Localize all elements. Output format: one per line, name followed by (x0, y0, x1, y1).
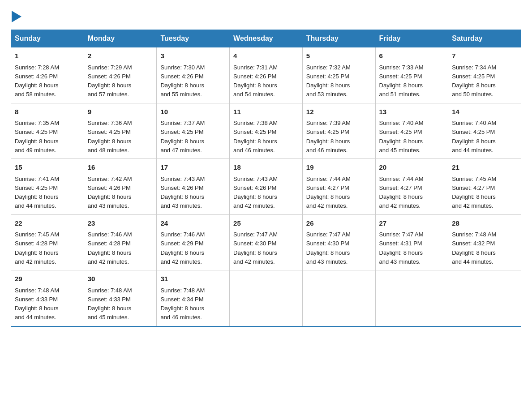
day-cell (448, 270, 521, 326)
day-info: Sunrise: 7:47 AMSunset: 4:30 PMDaylight:… (233, 231, 278, 265)
day-info: Sunrise: 7:48 AMSunset: 4:33 PMDaylight:… (88, 287, 132, 321)
page-header (11, 11, 521, 22)
day-cell: 11Sunrise: 7:38 AMSunset: 4:25 PMDayligh… (230, 103, 303, 159)
week-row-2: 8Sunrise: 7:35 AMSunset: 4:25 PMDaylight… (11, 103, 521, 159)
day-info: Sunrise: 7:45 AMSunset: 4:28 PMDaylight:… (15, 231, 59, 265)
day-number: 9 (88, 107, 153, 117)
day-number: 6 (379, 51, 445, 61)
day-info: Sunrise: 7:34 AMSunset: 4:25 PMDaylight:… (452, 64, 496, 98)
day-cell: 20Sunrise: 7:44 AMSunset: 4:27 PMDayligh… (375, 159, 448, 215)
day-cell: 14Sunrise: 7:40 AMSunset: 4:25 PMDayligh… (448, 103, 521, 159)
day-cell: 7Sunrise: 7:34 AMSunset: 4:25 PMDaylight… (448, 47, 521, 103)
day-cell: 31Sunrise: 7:48 AMSunset: 4:34 PMDayligh… (157, 270, 230, 326)
day-number: 2 (88, 51, 153, 61)
day-number: 19 (306, 163, 372, 173)
day-cell: 29Sunrise: 7:48 AMSunset: 4:33 PMDayligh… (11, 270, 84, 326)
day-number: 20 (379, 163, 445, 173)
day-cell: 9Sunrise: 7:36 AMSunset: 4:25 PMDaylight… (84, 103, 157, 159)
day-cell: 25Sunrise: 7:47 AMSunset: 4:30 PMDayligh… (230, 214, 303, 270)
day-info: Sunrise: 7:30 AMSunset: 4:26 PMDaylight:… (160, 64, 205, 98)
day-cell: 12Sunrise: 7:39 AMSunset: 4:25 PMDayligh… (302, 103, 375, 159)
day-info: Sunrise: 7:44 AMSunset: 4:27 PMDaylight:… (306, 176, 351, 210)
logo-arrow-icon (12, 11, 21, 22)
day-number: 11 (233, 107, 299, 117)
day-cell: 6Sunrise: 7:33 AMSunset: 4:25 PMDaylight… (375, 47, 448, 103)
day-info: Sunrise: 7:48 AMSunset: 4:32 PMDaylight:… (452, 231, 496, 265)
day-info: Sunrise: 7:36 AMSunset: 4:25 PMDaylight:… (88, 120, 132, 154)
day-cell: 19Sunrise: 7:44 AMSunset: 4:27 PMDayligh… (302, 159, 375, 215)
week-row-1: 1Sunrise: 7:28 AMSunset: 4:26 PMDaylight… (11, 47, 521, 103)
day-info: Sunrise: 7:28 AMSunset: 4:26 PMDaylight:… (15, 64, 59, 98)
day-cell: 4Sunrise: 7:31 AMSunset: 4:26 PMDaylight… (230, 47, 303, 103)
weekday-header-sunday: Sunday (11, 30, 84, 47)
day-cell: 23Sunrise: 7:46 AMSunset: 4:28 PMDayligh… (84, 214, 157, 270)
weekday-header-monday: Monday (84, 30, 157, 47)
day-number: 5 (306, 51, 372, 61)
weekday-header-wednesday: Wednesday (230, 30, 303, 47)
day-cell: 3Sunrise: 7:30 AMSunset: 4:26 PMDaylight… (157, 47, 230, 103)
day-info: Sunrise: 7:47 AMSunset: 4:30 PMDaylight:… (306, 231, 351, 265)
day-info: Sunrise: 7:46 AMSunset: 4:28 PMDaylight:… (88, 231, 132, 265)
day-number: 14 (452, 107, 517, 117)
day-cell: 1Sunrise: 7:28 AMSunset: 4:26 PMDaylight… (11, 47, 84, 103)
week-row-3: 15Sunrise: 7:41 AMSunset: 4:25 PMDayligh… (11, 159, 521, 215)
day-info: Sunrise: 7:47 AMSunset: 4:31 PMDaylight:… (379, 231, 424, 265)
day-number: 3 (160, 51, 226, 61)
day-cell: 16Sunrise: 7:42 AMSunset: 4:26 PMDayligh… (84, 159, 157, 215)
day-cell: 24Sunrise: 7:46 AMSunset: 4:29 PMDayligh… (157, 214, 230, 270)
day-number: 1 (15, 51, 80, 61)
day-info: Sunrise: 7:46 AMSunset: 4:29 PMDaylight:… (160, 231, 205, 265)
day-number: 12 (306, 107, 372, 117)
day-cell: 17Sunrise: 7:43 AMSunset: 4:26 PMDayligh… (157, 159, 230, 215)
day-cell: 2Sunrise: 7:29 AMSunset: 4:26 PMDaylight… (84, 47, 157, 103)
day-cell (375, 270, 448, 326)
day-number: 27 (379, 218, 445, 229)
day-cell: 21Sunrise: 7:45 AMSunset: 4:27 PMDayligh… (448, 159, 521, 215)
day-cell: 30Sunrise: 7:48 AMSunset: 4:33 PMDayligh… (84, 270, 157, 326)
day-number: 28 (452, 218, 517, 229)
weekday-header-tuesday: Tuesday (157, 30, 230, 47)
weekday-header-row: SundayMondayTuesdayWednesdayThursdayFrid… (11, 30, 521, 47)
day-cell: 15Sunrise: 7:41 AMSunset: 4:25 PMDayligh… (11, 159, 84, 215)
day-info: Sunrise: 7:31 AMSunset: 4:26 PMDaylight:… (233, 64, 278, 98)
day-cell: 27Sunrise: 7:47 AMSunset: 4:31 PMDayligh… (375, 214, 448, 270)
day-info: Sunrise: 7:48 AMSunset: 4:34 PMDaylight:… (160, 287, 205, 321)
day-cell: 18Sunrise: 7:43 AMSunset: 4:26 PMDayligh… (230, 159, 303, 215)
day-number: 7 (452, 51, 517, 61)
day-info: Sunrise: 7:38 AMSunset: 4:25 PMDaylight:… (233, 120, 278, 154)
day-info: Sunrise: 7:43 AMSunset: 4:26 PMDaylight:… (233, 176, 278, 210)
day-info: Sunrise: 7:32 AMSunset: 4:25 PMDaylight:… (306, 64, 351, 98)
day-number: 4 (233, 51, 299, 61)
day-number: 18 (233, 163, 299, 173)
day-info: Sunrise: 7:29 AMSunset: 4:26 PMDaylight:… (88, 64, 132, 98)
day-info: Sunrise: 7:41 AMSunset: 4:25 PMDaylight:… (15, 176, 59, 210)
day-info: Sunrise: 7:48 AMSunset: 4:33 PMDaylight:… (15, 287, 59, 321)
day-info: Sunrise: 7:40 AMSunset: 4:25 PMDaylight:… (379, 120, 424, 154)
day-cell: 10Sunrise: 7:37 AMSunset: 4:25 PMDayligh… (157, 103, 230, 159)
day-number: 8 (15, 107, 80, 117)
day-number: 30 (88, 274, 153, 284)
day-number: 15 (15, 163, 80, 173)
day-info: Sunrise: 7:44 AMSunset: 4:27 PMDaylight:… (379, 176, 424, 210)
day-number: 21 (452, 163, 517, 173)
weekday-header-saturday: Saturday (448, 30, 521, 47)
day-cell: 26Sunrise: 7:47 AMSunset: 4:30 PMDayligh… (302, 214, 375, 270)
day-info: Sunrise: 7:42 AMSunset: 4:26 PMDaylight:… (88, 176, 132, 210)
day-cell (302, 270, 375, 326)
day-info: Sunrise: 7:43 AMSunset: 4:26 PMDaylight:… (160, 176, 205, 210)
day-number: 13 (379, 107, 445, 117)
day-info: Sunrise: 7:37 AMSunset: 4:25 PMDaylight:… (160, 120, 205, 154)
day-number: 31 (160, 274, 226, 284)
day-cell: 22Sunrise: 7:45 AMSunset: 4:28 PMDayligh… (11, 214, 84, 270)
day-info: Sunrise: 7:40 AMSunset: 4:25 PMDaylight:… (452, 120, 496, 154)
svg-marker-0 (12, 11, 21, 22)
day-info: Sunrise: 7:35 AMSunset: 4:25 PMDaylight:… (15, 120, 59, 154)
day-number: 17 (160, 163, 226, 173)
day-number: 24 (160, 218, 226, 229)
week-row-5: 29Sunrise: 7:48 AMSunset: 4:33 PMDayligh… (11, 270, 521, 326)
day-number: 25 (233, 218, 299, 229)
day-cell: 8Sunrise: 7:35 AMSunset: 4:25 PMDaylight… (11, 103, 84, 159)
day-number: 16 (88, 163, 153, 173)
day-cell: 13Sunrise: 7:40 AMSunset: 4:25 PMDayligh… (375, 103, 448, 159)
day-info: Sunrise: 7:33 AMSunset: 4:25 PMDaylight:… (379, 64, 424, 98)
